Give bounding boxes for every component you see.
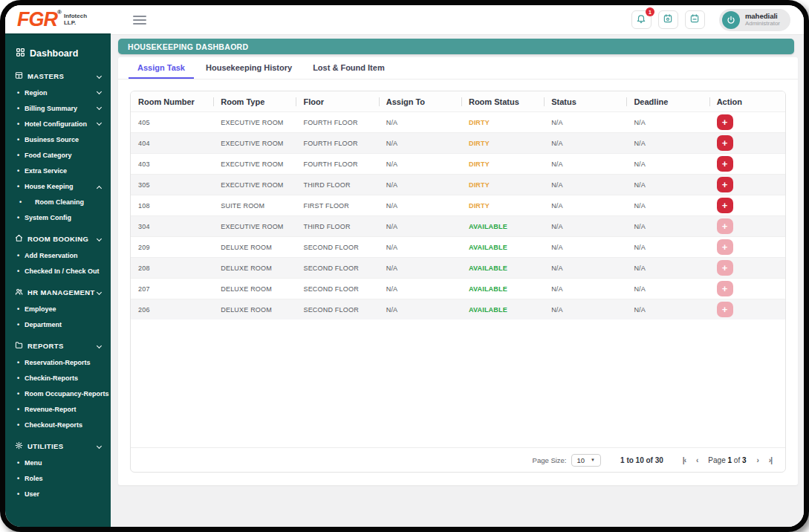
sidebar-item-user[interactable]: User <box>5 486 111 502</box>
cell-room-number: 209 <box>131 244 213 251</box>
cell-assign-to: N/A <box>379 119 461 126</box>
sidebar-item-checked-in-check-out[interactable]: Checked In / Check Out <box>5 263 111 279</box>
sidebar-item-system-config[interactable]: System Config <box>5 210 111 225</box>
cell-status: N/A <box>544 285 626 293</box>
sidebar-item-dashboard[interactable]: Dashboard <box>5 45 111 62</box>
cell-deadline: N/A <box>626 181 709 189</box>
tab-assign-task[interactable]: Assign Task <box>129 57 194 79</box>
table-icon <box>15 71 23 81</box>
table-row: 108 SUITE ROOM FIRST FLOOR N/A DIRTY N/A… <box>131 195 785 215</box>
sidebar-item-roles[interactable]: Roles <box>5 470 111 486</box>
sidebar-item-department[interactable]: Department <box>5 317 111 332</box>
sidebar-item-menu[interactable]: Menu <box>5 455 111 470</box>
tab-housekeeping-history[interactable]: Housekeeping History <box>197 57 301 79</box>
assign-task-button[interactable]: + <box>717 114 733 130</box>
sidebar-item-billing-summary[interactable]: Billing Summary <box>5 100 111 116</box>
cell-floor: SECOND FLOOR <box>296 244 378 251</box>
user-role: Administrator <box>745 21 780 27</box>
assign-task-button-disabled[interactable]: + <box>717 281 733 296</box>
assign-task-button[interactable]: + <box>717 156 733 172</box>
checkout-calendar-button[interactable] <box>685 10 705 29</box>
sidebar-item-checkout-reports[interactable]: Checkout-Reports <box>5 417 111 432</box>
cell-deadline: N/A <box>626 285 709 293</box>
sidebar-section-hr-management[interactable]: HR MANAGEMENT <box>5 284 111 301</box>
sidebar-section-reports[interactable]: REPORTS <box>5 337 111 354</box>
sidebar-item-employee[interactable]: Employee <box>5 301 111 317</box>
first-page-icon[interactable]: |‹ <box>683 456 686 464</box>
table-row: 208 DELUXE ROOM SECOND FLOOR N/A AVAILAB… <box>131 257 785 278</box>
tab-lost-found-item[interactable]: Lost & Found Item <box>304 57 394 79</box>
cell-floor: FIRST FLOOR <box>296 202 378 210</box>
cell-assign-to: N/A <box>379 244 461 251</box>
sidebar-section-utilities[interactable]: UTILITIES <box>5 438 111 455</box>
logo-text: FGR® <box>17 10 61 30</box>
sidebar-item-reservation-reports[interactable]: Reservation-Reports <box>5 354 111 370</box>
row-range-text: 1 to 10 of 30 <box>620 456 663 464</box>
sidebar-item-checkin-reports[interactable]: Checkin-Reports <box>5 370 111 386</box>
column-header-deadline: Deadline <box>626 97 709 106</box>
cell-floor: FOURTH FLOOR <box>296 140 378 147</box>
page-size-label: Page Size: <box>533 456 567 464</box>
bell-icon <box>636 13 646 27</box>
room-status-badge: AVAILABLE <box>461 265 544 272</box>
room-status-badge: DIRTY <box>461 160 544 168</box>
cell-room-number: 208 <box>131 265 213 272</box>
table-row: 206 DELUXE ROOM SECOND FLOOR N/A AVAILAB… <box>131 299 785 319</box>
sidebar-section-room-booking[interactable]: ROOM BOOKING <box>5 230 111 247</box>
column-header-room-status: Room Status <box>461 97 544 106</box>
power-icon[interactable] <box>722 11 740 29</box>
cell-room-type: EXECUTIVE ROOM <box>213 160 296 168</box>
next-page-icon[interactable]: › <box>757 456 758 464</box>
table-row: 304 EXECUTIVE ROOM THIRD FLOOR N/A AVAIL… <box>131 215 785 236</box>
cell-room-number: 404 <box>131 140 213 147</box>
sidebar-item-revenue-report[interactable]: Revenue-Report <box>5 401 111 417</box>
sidebar: Dashboard MASTERS Region Billing Summary… <box>5 35 111 527</box>
sidebar-item-food-category[interactable]: Food Category <box>5 147 111 163</box>
sidebar-item-room-occupancy-reports[interactable]: Room Occupancy-Reports <box>5 386 111 401</box>
assign-task-button-disabled[interactable]: + <box>717 218 733 234</box>
user-menu[interactable]: mahediali Administrator <box>719 9 790 31</box>
dashboard-grid-icon <box>16 48 25 59</box>
room-status-badge: DIRTY <box>461 181 544 189</box>
sidebar-item-house-keeping[interactable]: House Keeping <box>5 178 111 194</box>
gear-icon <box>15 441 23 451</box>
page-title: HOUSEKEEPING DASHBAORD <box>128 42 248 51</box>
cell-assign-to: N/A <box>379 160 461 168</box>
cell-floor: SECOND FLOOR <box>296 265 378 272</box>
assign-task-button-disabled[interactable]: + <box>717 302 733 317</box>
sidebar-item-business-source[interactable]: Business Source <box>5 132 111 147</box>
select-arrow-icon: ▼ <box>591 458 595 462</box>
chevron-down-icon <box>97 120 102 126</box>
sidebar-item-add-reservation[interactable]: Add Reservation <box>5 247 111 263</box>
folder-icon <box>15 341 23 351</box>
cell-deadline: N/A <box>626 244 709 251</box>
assign-task-button[interactable]: + <box>717 135 733 151</box>
cell-status: N/A <box>544 160 626 168</box>
sidebar-item-hotel-configuration[interactable]: Hotel Configuration <box>5 116 111 132</box>
last-page-icon[interactable]: ›| <box>769 456 772 464</box>
user-info: mahediali Administrator <box>745 12 780 27</box>
cell-room-number: 207 <box>131 285 213 293</box>
hamburger-menu-icon[interactable] <box>133 13 146 27</box>
cell-status: N/A <box>544 140 626 147</box>
assign-task-button-disabled[interactable]: + <box>717 260 733 276</box>
page-size-select[interactable]: 10 ▼ <box>571 454 602 467</box>
sidebar-item-room-cleaning[interactable]: Room Cleaning <box>5 194 111 210</box>
checkin-calendar-button[interactable] <box>658 10 678 29</box>
prev-page-icon[interactable]: ‹ <box>696 456 698 464</box>
assign-task-button[interactable]: + <box>717 177 733 192</box>
cell-room-type: EXECUTIVE ROOM <box>213 181 296 189</box>
assign-task-button[interactable]: + <box>717 198 733 213</box>
cell-room-number: 305 <box>131 181 213 189</box>
room-status-badge: DIRTY <box>461 202 544 210</box>
sidebar-section-masters[interactable]: MASTERS <box>5 68 111 85</box>
cell-room-type: DELUXE ROOM <box>213 306 296 314</box>
sidebar-item-region[interactable]: Region <box>5 85 111 100</box>
cell-room-type: DELUXE ROOM <box>213 244 296 251</box>
assign-task-button-disabled[interactable]: + <box>717 239 733 255</box>
room-status-badge: DIRTY <box>461 119 544 126</box>
cell-floor: THIRD FLOOR <box>296 223 378 230</box>
notifications-button[interactable]: 1 <box>631 10 652 29</box>
sidebar-item-extra-service[interactable]: Extra Service <box>5 163 111 178</box>
cell-floor: SECOND FLOOR <box>296 306 378 314</box>
